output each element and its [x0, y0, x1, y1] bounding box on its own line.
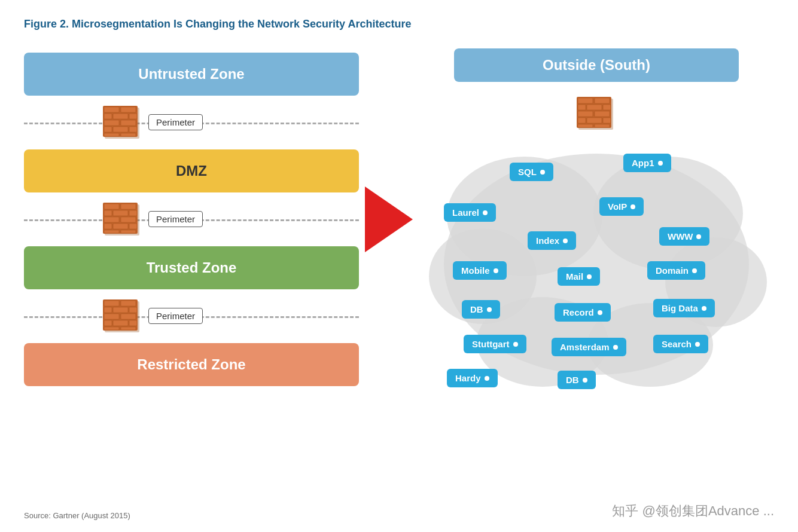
- svg-rect-17: [121, 204, 136, 209]
- svg-rect-9: [104, 127, 112, 132]
- svg-rect-27: [121, 230, 136, 233]
- svg-rect-49: [578, 111, 593, 117]
- node-db-left: DB: [462, 300, 500, 319]
- svg-rect-10: [113, 127, 128, 132]
- perimeter1-row: Perimeter: [24, 96, 359, 149]
- svg-rect-12: [104, 133, 119, 136]
- svg-rect-33: [113, 307, 128, 313]
- node-dot: [695, 342, 700, 347]
- node-dot: [513, 342, 518, 347]
- node-dot: [658, 161, 663, 166]
- svg-rect-52: [587, 118, 602, 123]
- node-dot: [540, 170, 545, 175]
- svg-rect-13: [121, 133, 136, 136]
- svg-rect-6: [129, 114, 137, 119]
- node-dot: [494, 268, 498, 273]
- outside-label: Outside (South): [543, 57, 650, 73]
- svg-rect-25: [129, 224, 137, 229]
- node-dot: [696, 234, 701, 239]
- node-mail: Mail: [558, 267, 600, 286]
- cloud-container: SQL App1 Laurel VoIP Index WWW M: [423, 109, 770, 390]
- svg-rect-4: [104, 114, 112, 119]
- trusted-label: Trusted Zone: [147, 259, 237, 276]
- svg-rect-18: [104, 210, 112, 216]
- svg-rect-36: [121, 314, 136, 319]
- node-index: Index: [528, 231, 576, 250]
- firewall-icon-1: [102, 103, 144, 142]
- node-voip: VoIP: [599, 197, 644, 216]
- svg-rect-19: [113, 210, 128, 216]
- svg-rect-48: [603, 105, 611, 110]
- svg-rect-34: [129, 307, 137, 313]
- figure-title: Figure 2. Microsegmentation Is Changing …: [24, 18, 774, 30]
- svg-rect-32: [104, 307, 112, 313]
- direction-arrow: [359, 186, 419, 252]
- svg-rect-31: [121, 301, 136, 306]
- outside-bar: Outside (South): [454, 48, 738, 82]
- perimeter-box-1: Perimeter: [148, 114, 203, 130]
- node-dot: [487, 307, 492, 312]
- dmz-label: DMZ: [176, 163, 207, 179]
- trusted-zone-bar: Trusted Zone: [24, 246, 359, 289]
- svg-rect-2: [104, 107, 119, 112]
- node-dot: [702, 306, 706, 311]
- svg-rect-46: [578, 105, 586, 110]
- dmz-zone-bar: DMZ: [24, 149, 359, 192]
- node-dot: [583, 378, 587, 383]
- firewall-icon-right: [575, 94, 617, 133]
- node-stuttgart: Stuttgart: [464, 335, 526, 353]
- node-www: WWW: [659, 227, 709, 246]
- svg-rect-41: [121, 327, 136, 330]
- svg-rect-45: [595, 98, 610, 103]
- svg-rect-50: [595, 111, 610, 117]
- svg-rect-20: [129, 210, 137, 216]
- node-dot: [483, 210, 488, 215]
- node-db-right: DB: [558, 371, 596, 389]
- node-dot: [587, 274, 592, 279]
- node-domain: Domain: [647, 261, 705, 280]
- node-dot: [692, 268, 697, 273]
- node-app1: App1: [623, 154, 671, 172]
- svg-rect-3: [121, 107, 136, 112]
- node-dot: [631, 204, 635, 209]
- node-record: Record: [555, 303, 611, 322]
- firewall-icon-2: [102, 200, 144, 239]
- untrusted-label: Untrusted Zone: [138, 66, 244, 82]
- perimeter-box-2: Perimeter: [148, 211, 203, 227]
- node-sql: SQL: [510, 163, 553, 181]
- node-dot: [598, 310, 602, 315]
- perimeter-box-3: Perimeter: [148, 308, 203, 324]
- svg-rect-22: [121, 217, 136, 222]
- svg-rect-35: [104, 314, 119, 319]
- source-citation: Source: Gartner (August 2015): [24, 511, 130, 520]
- red-arrow-shape: [365, 186, 413, 252]
- svg-rect-11: [129, 127, 137, 132]
- perimeter3-row: Perimeter: [24, 289, 359, 343]
- svg-rect-26: [104, 230, 119, 233]
- svg-rect-8: [121, 120, 136, 126]
- svg-rect-7: [104, 120, 119, 126]
- restricted-zone-bar: Restricted Zone: [24, 343, 359, 386]
- node-amsterdam: Amsterdam: [552, 338, 626, 356]
- svg-rect-44: [578, 98, 593, 103]
- svg-rect-24: [113, 224, 128, 229]
- svg-rect-53: [603, 118, 611, 123]
- svg-rect-47: [587, 105, 602, 110]
- svg-rect-54: [578, 124, 593, 127]
- svg-rect-55: [595, 124, 610, 127]
- svg-rect-30: [104, 301, 119, 306]
- svg-rect-37: [104, 320, 112, 326]
- node-dot: [563, 239, 568, 243]
- untrusted-zone-bar: Untrusted Zone: [24, 53, 359, 96]
- node-dot: [485, 376, 489, 381]
- svg-rect-39: [129, 320, 137, 326]
- svg-rect-5: [113, 114, 128, 119]
- right-panel: Outside (South): [419, 48, 774, 390]
- restricted-label: Restricted Zone: [137, 356, 245, 373]
- node-search: Search: [653, 335, 708, 353]
- svg-rect-23: [104, 224, 112, 229]
- svg-rect-38: [113, 320, 128, 326]
- firewall-icon-3: [102, 296, 144, 335]
- watermark: 知乎 @领创集团Advance ...: [612, 502, 774, 520]
- perimeter2-row: Perimeter: [24, 192, 359, 246]
